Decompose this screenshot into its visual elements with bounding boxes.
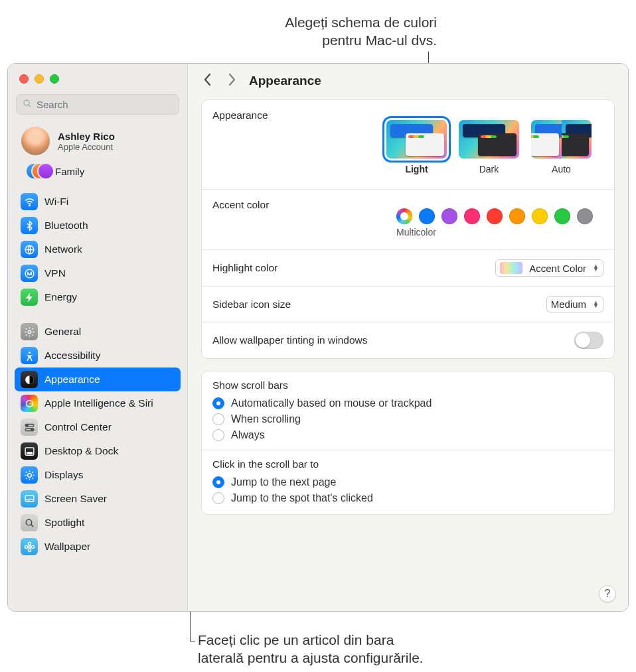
bluetooth-icon: [21, 217, 38, 234]
svg-point-0: [24, 100, 29, 105]
sidebar-item-wallpaper[interactable]: Wallpaper: [15, 535, 181, 559]
svg-point-2: [29, 204, 30, 206]
sidebar-item-wifi[interactable]: Wi-Fi: [15, 190, 181, 214]
scrollbars-card: Show scroll bars Automatically based on …: [201, 371, 615, 515]
radio-label: Jump to the spot that's clicked: [231, 492, 373, 504]
svg-line-18: [31, 524, 33, 527]
family-label: Family: [55, 166, 84, 177]
close-icon[interactable]: [19, 74, 29, 84]
svg-point-22: [25, 545, 27, 548]
accent-yellow[interactable]: [532, 208, 548, 224]
page-title: Appearance: [249, 74, 321, 88]
appearance-option-label: Dark: [457, 164, 520, 174]
sidebar-item-label: Network: [44, 243, 82, 255]
wallpaper-tint-row: Allow wallpaper tinting in windows: [202, 322, 614, 358]
sidebar-item-label: General: [44, 326, 81, 338]
sidebar-item-label: Screen Saver: [44, 493, 107, 505]
sidebar-item-spotlight[interactable]: Spotlight: [15, 511, 181, 535]
nav-forward-icon[interactable]: [226, 73, 237, 89]
sidebar-item-displays[interactable]: Displays: [15, 463, 181, 487]
radio-label: Automatically based on mouse or trackpad: [231, 397, 432, 409]
ai-icon: [21, 395, 38, 412]
accent-multicolor[interactable]: [396, 208, 412, 224]
accent-green[interactable]: [554, 208, 570, 224]
gear-icon: [21, 323, 38, 340]
vpn-icon: [21, 265, 38, 282]
radio-icon: [212, 429, 224, 441]
accent-blue[interactable]: [419, 208, 435, 224]
appearance-card: Appearance LightDarkAuto Accent color Mu…: [201, 100, 615, 359]
search-input[interactable]: [37, 99, 173, 110]
radio-icon: [212, 476, 224, 488]
minimize-icon[interactable]: [35, 74, 44, 84]
radio-label: Jump to the next page: [231, 476, 336, 488]
appearance-option-label: Auto: [530, 164, 593, 174]
globe-icon: [21, 241, 38, 258]
sidebar-item-bluetooth[interactable]: Bluetooth: [15, 214, 181, 237]
appearance-dark[interactable]: Dark: [457, 119, 520, 174]
search-icon: [22, 98, 33, 111]
svg-point-17: [26, 519, 32, 525]
scroll-click-option[interactable]: Jump to the next page: [202, 474, 614, 490]
scroll-click-option[interactable]: Jump to the spot that's clicked: [202, 490, 614, 506]
sidebar-icon-size-label: Sidebar icon size: [212, 299, 291, 310]
window-controls: [8, 64, 187, 92]
sidebar-item-vpn[interactable]: VPN: [15, 261, 181, 285]
sidebar-item-label: Bluetooth: [44, 220, 88, 232]
accent-label: Accent color: [212, 199, 269, 211]
magnify-icon: [21, 514, 38, 531]
sidebar-icon-size-popup[interactable]: Medium ▲▼: [546, 296, 603, 312]
sun-icon: [21, 466, 38, 484]
avatar: [21, 127, 50, 155]
sidebar-item-label: Displays: [44, 469, 84, 481]
svg-point-6: [28, 351, 30, 353]
svg-point-4: [25, 269, 34, 278]
question-icon: ?: [605, 588, 611, 600]
sidebar-item-desktop-dock[interactable]: Desktop & Dock: [15, 439, 181, 463]
svg-rect-14: [27, 452, 33, 453]
svg-point-21: [28, 549, 31, 551]
highlight-value: Accent Color: [529, 263, 586, 274]
svg-point-19: [28, 545, 31, 548]
sidebar-item-network[interactable]: Network: [15, 237, 181, 261]
help-button[interactable]: ?: [599, 585, 616, 602]
highlight-popup[interactable]: Accent Color ▲▼: [495, 259, 603, 277]
sidebar-item-appearance[interactable]: Appearance: [15, 368, 181, 391]
scrollbars-option[interactable]: Automatically based on mouse or trackpad: [202, 395, 614, 411]
zoom-icon[interactable]: [50, 74, 59, 84]
sidebar-item-screen-saver[interactable]: Screen Saver: [15, 487, 181, 511]
accent-colors: [396, 199, 603, 227]
svg-point-8: [26, 400, 33, 407]
search-field[interactable]: [16, 94, 179, 115]
accent-pink[interactable]: [464, 208, 480, 224]
chevrons-icon: ▲▼: [592, 265, 599, 271]
radio-label: When scrolling: [231, 413, 301, 425]
wallpaper-tint-switch[interactable]: [574, 332, 603, 349]
apple-account[interactable]: Ashley Rico Apple Account: [8, 123, 187, 159]
sidebar-item-label: Control Center: [44, 421, 112, 433]
sidebar-icon-size-row: Sidebar icon size Medium ▲▼: [202, 286, 614, 322]
accent-purple[interactable]: [441, 208, 457, 224]
scrollbars-option[interactable]: When scrolling: [202, 411, 614, 427]
radio-label: Always: [231, 429, 265, 441]
family[interactable]: Family: [8, 159, 187, 188]
sidebar-item-label: VPN: [44, 267, 66, 279]
appearance-auto[interactable]: Auto: [530, 119, 593, 174]
system-settings-window: Ashley Rico Apple Account Family Wi-FiBl…: [7, 63, 629, 612]
scrollbars-option[interactable]: Always: [202, 427, 614, 443]
sidebar-item-energy[interactable]: Energy: [15, 285, 181, 309]
appearance-light[interactable]: Light: [385, 119, 448, 174]
halfmoon-icon: [21, 371, 38, 388]
accent-orange[interactable]: [509, 208, 525, 224]
sidebar-item-ai-siri[interactable]: Apple Intelligence & Siri: [15, 391, 181, 415]
sidebar-item-general[interactable]: General: [15, 320, 181, 344]
sidebar-item-control-center[interactable]: Control Center: [15, 415, 181, 439]
account-name: Ashley Rico: [58, 131, 115, 142]
accent-graphite[interactable]: [577, 208, 593, 224]
svg-point-20: [28, 542, 31, 545]
nav-back-icon[interactable]: [202, 73, 213, 89]
sidebar-item-label: Accessibility: [44, 350, 100, 362]
accent-red[interactable]: [487, 208, 503, 224]
account-sub: Apple Account: [58, 142, 115, 152]
sidebar-item-accessibility[interactable]: Accessibility: [15, 344, 181, 368]
